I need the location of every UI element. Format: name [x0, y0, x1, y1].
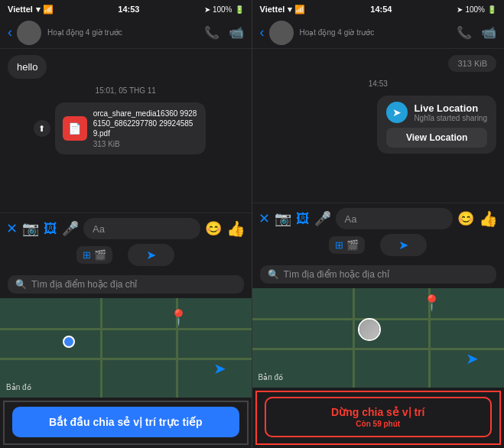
timestamp-2: 14:53: [260, 80, 497, 88]
messages-area-right: 313 KiB 14:53 ➤ Live Location Nghĩa star…: [252, 49, 505, 203]
start-share-button[interactable]: Bắt đầu chia sẻ vị trí trực tiếp: [12, 407, 239, 437]
live-text: Live Location Nghĩa started sharing: [414, 102, 487, 122]
map-bg-right: 📍 ➤ Bản đồ: [252, 288, 505, 388]
map-label-right: Bản đồ: [259, 373, 284, 381]
telegram-icon: ➤: [386, 102, 408, 123]
second-row-right: ⊞ 🎬 ➤: [259, 229, 499, 258]
camera-icon-left[interactable]: 📷: [22, 220, 39, 237]
text-input-right[interactable]: Aa: [336, 208, 454, 229]
search-bar-left: 🔍 Tìm địa điểm hoặc địa chỉ: [0, 272, 252, 298]
avatar-right: [269, 21, 294, 45]
back-button-right[interactable]: ‹: [260, 24, 265, 41]
header-info-left: Hoạt động 4 giờ trước: [47, 28, 204, 37]
live-header: ➤ Live Location Nghĩa started sharing: [386, 102, 487, 123]
media-btn-right[interactable]: ⊞ 🎬: [329, 236, 365, 254]
second-row-left: ⊞ 🎬 ➤: [6, 239, 245, 268]
nav-arrow-right[interactable]: ➤: [466, 349, 479, 368]
input-row-left: ✕ 📷 🖼 🎤 Aa 😊 👍: [6, 218, 245, 239]
call-icon-right[interactable]: 📞: [457, 25, 472, 40]
time-left: 14:53: [118, 5, 139, 14]
header-icons-right: 📞 📹: [457, 25, 496, 40]
map-area-left: 📍 ➤ Bản đồ: [0, 298, 252, 398]
carrier-left: Viettel ▾ 📶: [8, 5, 54, 15]
emoji-icon-right[interactable]: 😊: [457, 210, 474, 227]
battery-right: ➤ 100% 🔋: [457, 5, 496, 14]
view-location-button[interactable]: View Location: [386, 128, 487, 148]
video-small-left: 🎬: [94, 249, 106, 261]
share-icon[interactable]: ⬆: [34, 120, 50, 137]
messages-area-left: hello 15:01, 05 THG 11 ⬆ 📄 orca_share_me…: [0, 49, 252, 213]
image-icon-right[interactable]: 🖼: [296, 211, 310, 227]
header-status-right: Hoạt động 4 giờ trước: [300, 28, 457, 37]
file-info: orca_share_media16360 99286150_686229778…: [93, 109, 198, 148]
file-message: ⬆ 📄 orca_share_media16360 99286150_68622…: [55, 102, 244, 154]
map-area-right: 📍 ➤ Bản đồ: [252, 288, 505, 388]
action-btn-container-left: Bắt đầu chia sẻ vị trí trực tiếp: [3, 401, 249, 445]
location-dot-left: [63, 336, 75, 348]
send-btn-left[interactable]: ➤: [128, 244, 174, 266]
status-bar-right: Viettel ▾ 📶 14:54 ➤ 100% 🔋: [252, 0, 505, 17]
video-icon-right[interactable]: 📹: [481, 25, 496, 40]
camera-icon-right[interactable]: 📷: [275, 210, 291, 227]
chat-header-left: ‹ Hoạt động 4 giờ trước 📞 📹: [0, 17, 252, 49]
close-icon-left[interactable]: ✕: [6, 220, 18, 237]
back-button-left[interactable]: ‹: [8, 24, 12, 41]
stop-share-button[interactable]: Dừng chia sẻ vị trí Còn 59 phút: [265, 397, 493, 437]
header-icons-left: 📞 📹: [204, 25, 244, 40]
video-icon-left[interactable]: 📹: [229, 25, 244, 40]
map-pin-right: 📍: [422, 294, 441, 312]
input-bar-left: ✕ 📷 🖼 🎤 Aa 😊 👍 ⊞ 🎬 ➤: [0, 213, 252, 272]
mic-icon-left[interactable]: 🎤: [62, 220, 79, 237]
header-status-left: Hoạt động 4 giờ trước: [47, 28, 204, 37]
panel-left: Viettel ▾ 📶 14:53 ➤ 100% 🔋 ‹ Hoạt động 4…: [0, 0, 252, 448]
map-pin-left: 📍: [169, 308, 188, 326]
panel-right: Viettel ▾ 📶 14:54 ➤ 100% 🔋 ‹ Hoạt động 4…: [252, 0, 505, 448]
avatar-left: [17, 21, 41, 45]
avatar-on-map: [358, 318, 381, 341]
send-icon-right: ➤: [398, 238, 408, 252]
size-bubble: 313 KiB: [448, 55, 496, 72]
message-hello: hello: [8, 55, 47, 79]
media-btn-left[interactable]: ⊞ 🎬: [76, 246, 112, 264]
timestamp-1: 15:01, 05 THG 11: [8, 86, 244, 95]
file-icon: 📄: [63, 116, 87, 141]
live-location-bubble: ➤ Live Location Nghĩa started sharing Vi…: [377, 96, 496, 154]
action-btn-container-right: Dừng chia sẻ vị trí Còn 59 phút: [255, 391, 502, 445]
carrier-right: Viettel ▾ 📶: [260, 5, 306, 15]
thumb-icon-left[interactable]: 👍: [226, 219, 245, 238]
text-input-left[interactable]: Aa: [83, 218, 200, 239]
status-bar-left: Viettel ▾ 📶 14:53 ➤ 100% 🔋: [0, 0, 252, 17]
search-input-left[interactable]: 🔍 Tìm địa điểm hoặc địa chỉ: [8, 275, 244, 294]
input-bar-right: ✕ 📷 🖼 🎤 Aa 😊 👍 ⊞ 🎬 ➤: [252, 203, 505, 262]
battery-left: ➤ 100% 🔋: [204, 5, 244, 14]
file-bubble: 📄 orca_share_media16360 99286150_6862297…: [55, 102, 206, 154]
search-icon-left: 🔍: [15, 279, 27, 290]
image-icon-left[interactable]: 🖼: [44, 221, 57, 237]
plus-icon-left: ⊞: [83, 249, 91, 261]
nav-arrow-left[interactable]: ➤: [213, 359, 226, 378]
time-right: 14:54: [370, 5, 392, 14]
chat-header-right: ‹ Hoạt động 4 giờ trước 📞 📹: [252, 17, 505, 49]
thumb-icon-right[interactable]: 👍: [479, 209, 498, 228]
close-icon-right[interactable]: ✕: [259, 210, 270, 227]
mic-icon-right[interactable]: 🎤: [314, 210, 331, 227]
search-input-right[interactable]: 🔍 Tìm địa điểm hoặc địa chỉ: [260, 265, 497, 284]
send-icon-left: ➤: [146, 248, 156, 262]
search-bar-right: 🔍 Tìm địa điểm hoặc địa chỉ: [252, 262, 505, 288]
video-small-right: 🎬: [346, 239, 359, 251]
send-btn-right[interactable]: ➤: [380, 234, 427, 256]
plus-icon-right: ⊞: [335, 239, 343, 251]
call-icon-left[interactable]: 📞: [204, 25, 219, 40]
map-label-left: Bản đồ: [6, 383, 31, 391]
header-info-right: Hoạt động 4 giờ trước: [300, 28, 457, 37]
map-bg-left: 📍 ➤ Bản đồ: [0, 298, 252, 398]
search-icon-right: 🔍: [268, 269, 279, 280]
input-row-right: ✕ 📷 🖼 🎤 Aa 😊 👍: [259, 208, 499, 229]
emoji-icon-left[interactable]: 😊: [205, 220, 222, 237]
